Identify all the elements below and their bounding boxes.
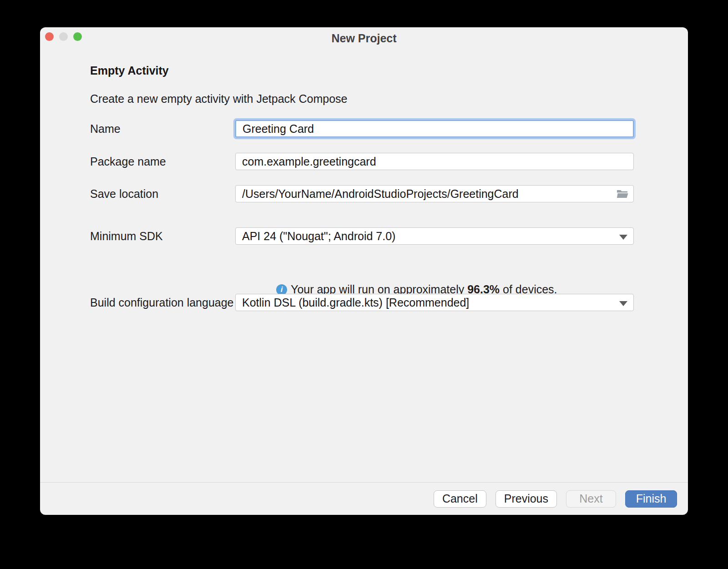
chevron-down-icon (619, 235, 627, 240)
info-icon: i (276, 284, 287, 295)
build-config-label-text: Build configuration language (90, 296, 234, 309)
dialog-content: Empty Activity Create a new empty activi… (40, 27, 688, 515)
minimum-sdk-field-wrap: API 24 ("Nougat"; Android 7.0) (235, 227, 634, 245)
save-location-label: Save location (90, 185, 158, 202)
page-title: Empty Activity (90, 64, 169, 77)
new-project-dialog: New Project Empty Activity Create a new … (40, 27, 688, 515)
package-name-input[interactable] (235, 153, 634, 170)
cancel-button[interactable]: Cancel (434, 490, 486, 508)
build-config-label: Build configuration language ? (90, 294, 251, 311)
minimum-sdk-value: API 24 ("Nougat"; Android 7.0) (242, 230, 395, 243)
finish-button[interactable]: Finish (625, 490, 677, 508)
name-label: Name (90, 120, 121, 137)
next-button[interactable]: Next (566, 490, 616, 508)
build-config-field-wrap: Kotlin DSL (build.gradle.kts) [Recommend… (235, 294, 634, 311)
folder-icon[interactable] (617, 189, 628, 198)
package-name-field-wrap (235, 153, 634, 170)
package-name-label: Package name (90, 153, 166, 170)
save-location-input[interactable] (235, 185, 634, 202)
package-name-row: Package name (90, 153, 634, 170)
minimum-sdk-row: Minimum SDK API 24 ("Nougat"; Android 7.… (90, 227, 634, 245)
page-subtitle: Create a new empty activity with Jetpack… (90, 92, 348, 106)
save-location-row: Save location (90, 185, 634, 202)
minimum-sdk-dropdown[interactable]: API 24 ("Nougat"; Android 7.0) (235, 227, 634, 245)
build-config-value: Kotlin DSL (build.gradle.kts) [Recommend… (242, 296, 469, 309)
save-location-field-wrap (235, 185, 634, 202)
minimum-sdk-label: Minimum SDK (90, 227, 163, 245)
chevron-down-icon (619, 301, 627, 306)
name-row: Name (90, 120, 634, 137)
previous-button[interactable]: Previous (495, 490, 557, 508)
name-input[interactable] (235, 120, 634, 137)
build-config-row: Build configuration language ? Kotlin DS… (90, 294, 634, 311)
build-config-dropdown[interactable]: Kotlin DSL (build.gradle.kts) [Recommend… (235, 294, 634, 311)
dialog-footer: Cancel Previous Next Finish (40, 482, 688, 515)
name-field-wrap (235, 120, 634, 137)
